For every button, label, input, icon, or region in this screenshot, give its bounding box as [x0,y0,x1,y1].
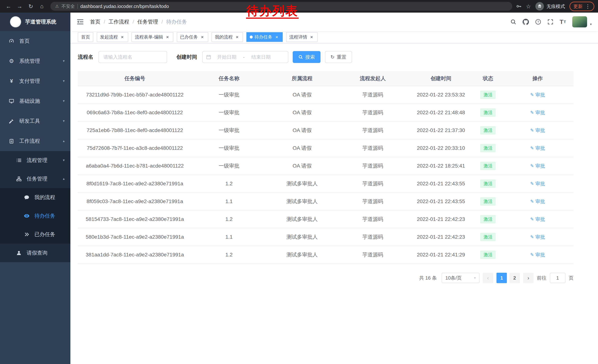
page-button-1[interactable]: 1 [497,273,507,283]
approve-link[interactable]: ✎审批 [530,92,545,98]
status-cell: 激活 [474,139,502,157]
fullscreen-icon[interactable] [548,19,553,25]
search-icon[interactable] [510,19,516,25]
sidebar-item-devtools[interactable]: 研发工具▼ [0,111,70,131]
font-size-icon[interactable]: TT [560,19,566,25]
status-cell: 激活 [474,193,502,210]
tab-start-process[interactable]: 发起流程× [97,32,128,42]
status-badge: 激活 [480,233,496,241]
tab-my-process[interactable]: 我的流程× [212,32,243,42]
sidebar-item-label: 流程管理 [27,157,60,164]
sidebar-item-system[interactable]: ⚙系统管理▼ [0,51,70,71]
sidebar-item-workflow[interactable]: 工作流程▲ [0,131,70,151]
approve-link[interactable]: ✎审批 [530,180,545,187]
sidebar-item-process-mgmt[interactable]: 流程管理▼ [0,151,70,170]
sidebar-item-done-task[interactable]: 已办任务 [0,225,70,244]
approve-label: 审批 [535,252,545,258]
tab-done-tasks[interactable]: 已办任务× [177,32,208,42]
approve-link[interactable]: ✎审批 [530,216,545,223]
prev-page-button[interactable]: ‹ [483,273,493,283]
approve-label: 审批 [535,163,545,169]
approve-link[interactable]: ✎审批 [530,109,545,116]
update-button[interactable]: 更新 ⋮ [569,2,594,11]
create-time-cell: 2022-01-22 18:25:41 [407,157,474,175]
chat-icon [23,195,30,200]
close-icon[interactable]: × [165,34,170,40]
tab-form-edit[interactable]: 流程表单-编辑× [132,32,173,42]
total-count: 共 16 条 [419,275,437,281]
close-icon[interactable]: × [234,34,240,40]
incognito-label: 无痕模式 [547,3,565,9]
avatar[interactable] [572,16,587,27]
start-date-input[interactable] [212,54,241,60]
close-icon[interactable]: × [120,34,125,40]
tab-process-detail[interactable]: 流程详情× [286,32,317,42]
column-header: 任务编号 [78,71,192,86]
create-time-cell: 2022-01-21 22:42:23 [407,228,474,246]
next-page-button[interactable]: › [523,273,533,283]
starter-cell: 芋道源码 [338,121,407,139]
browser-home-icon[interactable]: ⌂ [37,1,47,11]
table-row: 725a1eb6-7b88-11ec-8ef0-acde48001122一级审批… [78,121,573,139]
tab-home[interactable]: 首页 [78,32,93,42]
sidebar-item-home[interactable]: 首页 [0,31,70,51]
sidebar-item-payment[interactable]: ¥支付管理▼ [0,71,70,91]
table-row: 069c6a63-7b8a-11ec-8ef0-acde48001122一级审批… [78,104,573,121]
process-cell: 测试多审批人 [266,193,338,210]
breadcrumb-item[interactable]: 首页 [90,18,100,25]
browser-refresh-icon[interactable]: ↻ [26,1,36,11]
password-key-icon[interactable] [516,4,522,9]
close-icon[interactable]: × [200,34,205,40]
app-logo[interactable]: 芋道管理系统 [0,13,70,31]
bookmark-star-icon[interactable]: ☆ [526,3,531,10]
reset-button[interactable]: ↻ 重置 [325,51,352,63]
page-size-select[interactable]: 10条/页 ▾ [442,273,479,283]
approve-link[interactable]: ✎审批 [530,252,545,258]
goto-page-input[interactable] [550,273,565,283]
eye-icon [23,213,30,219]
help-icon[interactable]: ? [535,19,541,25]
page-button-2[interactable]: 2 [509,273,520,283]
approve-link[interactable]: ✎审批 [530,163,545,169]
approve-link[interactable]: ✎审批 [530,234,545,240]
end-date-input[interactable] [247,54,275,60]
sidebar-item-infrastructure[interactable]: 基础设施▼ [0,91,70,111]
search-button[interactable]: 搜索 [293,51,321,63]
browser-back-icon[interactable]: ← [4,1,13,11]
action-cell: ✎审批 [502,246,573,264]
tab-todo-tasks[interactable]: 待办任务× [246,32,283,42]
chevron-down-icon: ▾ [590,22,592,26]
browser-menu-icon[interactable]: ⋮ [585,3,590,9]
approve-link[interactable]: ✎审批 [530,198,545,205]
chevron-down-icon: ▾ [474,276,476,280]
breadcrumb-item[interactable]: 工作流程 [108,18,129,25]
reset-button-label: 重置 [337,54,346,60]
starter-cell: 芋道源码 [338,228,407,246]
task-id-cell: 73211d9d-7b9b-11ec-b5b7-acde48001122 [78,86,192,104]
dashboard-icon [8,38,15,44]
process-cell: 测试多审批人 [266,228,338,246]
edit-icon: ✎ [530,252,534,257]
github-icon[interactable] [523,19,529,25]
status-cell: 激活 [474,157,502,175]
sidebar-item-my-process[interactable]: 我的流程 [0,188,70,207]
sidebar-item-todo-task[interactable]: 待办任务 [0,207,70,225]
close-icon[interactable]: × [309,34,314,40]
approve-link[interactable]: ✎审批 [530,145,545,152]
action-cell: ✎审批 [502,228,573,246]
tab-label: 流程详情 [289,34,307,40]
tab-label: 已办任务 [180,34,198,40]
approve-link[interactable]: ✎审批 [530,127,545,134]
process-name-input[interactable] [99,51,167,63]
tab-label: 待办任务 [255,34,272,40]
breadcrumb-item[interactable]: 任务管理 [137,18,158,25]
browser-forward-icon[interactable]: → [15,1,25,11]
breadcrumb-separator: / [162,19,163,25]
list-icon [15,158,23,163]
close-icon[interactable]: × [274,34,279,40]
date-range-picker[interactable]: - [202,51,288,63]
sidebar-toggle-icon[interactable] [77,18,84,25]
sidebar-item-leave-query[interactable]: 请假查询 [0,244,70,262]
sidebar-item-task-mgmt[interactable]: 任务管理▲ [0,170,70,188]
create-time-cell: 2022-01-22 21:37:30 [407,121,474,139]
